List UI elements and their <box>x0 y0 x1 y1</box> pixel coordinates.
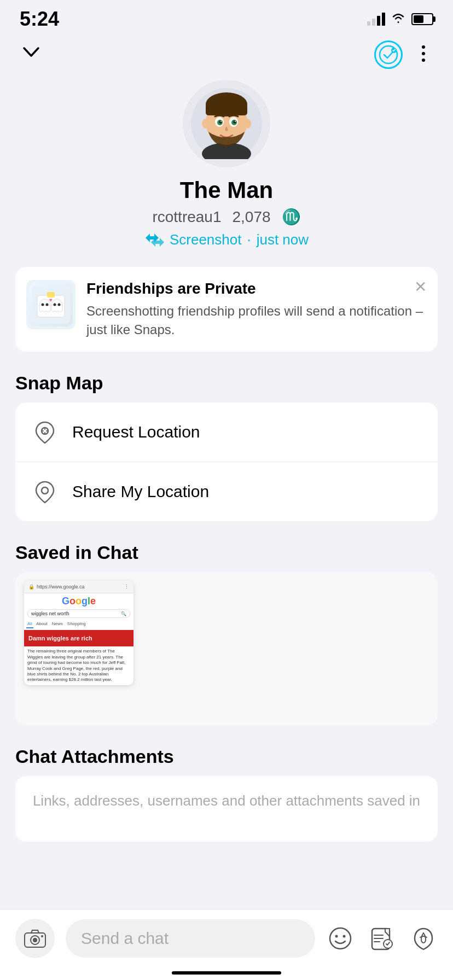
screenshot-time: just now <box>257 231 309 248</box>
news-headline: Damn wiggles are rich <box>24 630 133 646</box>
profile-section: The Man rcottreau1 2,078 ♏ Screenshot · … <box>0 74 453 261</box>
battery-icon <box>411 13 433 25</box>
browser-url: https://www.google.ca <box>37 584 122 590</box>
chat-attachments-header: Chat Attachments <box>0 740 453 776</box>
svg-point-11 <box>202 119 210 129</box>
svg-point-27 <box>46 304 49 306</box>
svg-point-2 <box>422 45 425 49</box>
bottom-actions <box>326 924 438 953</box>
snap-map-header: Snap Map <box>0 367 453 402</box>
svg-rect-10 <box>206 103 247 115</box>
profile-meta: rcottreau1 2,078 ♏ <box>152 208 300 226</box>
screenshot-separator: · <box>247 231 251 248</box>
snap-map-cards: Request Location Share My Location <box>15 402 438 521</box>
chat-input[interactable]: Send a chat <box>66 919 315 958</box>
status-icons <box>367 11 433 27</box>
svg-point-3 <box>422 52 425 55</box>
svg-point-18 <box>234 121 236 124</box>
warning-title: Friendships are Private <box>86 280 427 298</box>
warning-image: ♥ <box>26 280 76 329</box>
profile-name: The Man <box>180 177 273 203</box>
boost-icon <box>411 926 435 950</box>
request-location-icon <box>31 418 59 446</box>
sticker-icon <box>370 926 394 950</box>
attachments-hint: Links, addresses, usernames and other at… <box>26 787 427 815</box>
svg-point-26 <box>42 304 44 306</box>
svg-point-12 <box>243 119 251 129</box>
profile-screenshot-notice: Screenshot · just now <box>144 231 309 248</box>
profile-score: 2,078 <box>233 208 271 226</box>
profile-zodiac: ♏ <box>282 208 301 226</box>
attachments-card: Links, addresses, usernames and other at… <box>15 776 438 842</box>
profile-username: rcottreau1 <box>152 208 221 226</box>
svg-point-34 <box>42 487 48 494</box>
camera-button[interactable] <box>15 919 55 958</box>
bitmoji-svg <box>191 88 262 159</box>
screenshot-label: Screenshot <box>170 231 242 248</box>
svg-point-19 <box>220 121 222 122</box>
top-nav-actions <box>374 40 433 69</box>
saved-in-chat-header: Saved in Chat <box>0 536 453 572</box>
avatar <box>183 80 270 167</box>
browser-content: Google wiggles net worth 🔍 All About New… <box>24 593 133 685</box>
svg-point-38 <box>41 935 43 937</box>
svg-point-30 <box>54 304 56 306</box>
svg-point-20 <box>235 121 236 122</box>
screenshot-arrows-icon <box>144 232 164 248</box>
emoji-button[interactable] <box>326 924 355 953</box>
status-bar: 5:24 <box>0 0 453 35</box>
share-location-label: Share My Location <box>72 482 209 501</box>
news-body: The remaining three original members of … <box>24 646 133 685</box>
saved-in-chat-card[interactable]: 🔒 https://www.google.ca ⋮ Google wiggles… <box>15 572 438 725</box>
top-nav <box>0 35 453 74</box>
warning-card: ♥ Friendships are Private Screenshotting… <box>15 267 438 352</box>
share-location-item[interactable]: Share My Location <box>15 462 438 521</box>
wifi-icon <box>391 11 406 27</box>
bottom-bar: Send a chat <box>0 909 453 980</box>
request-location-item[interactable]: Request Location <box>15 402 438 462</box>
svg-point-41 <box>343 935 346 938</box>
svg-point-4 <box>422 59 425 62</box>
browser-bar: 🔒 https://www.google.ca ⋮ <box>24 581 133 593</box>
search-query: wiggles net worth <box>31 611 69 616</box>
signal-icon <box>367 13 385 26</box>
status-time: 5:24 <box>20 8 59 31</box>
svg-point-40 <box>335 935 338 938</box>
svg-text:♥: ♥ <box>49 297 53 303</box>
more-menu-button[interactable] <box>414 44 433 66</box>
svg-point-31 <box>58 304 61 306</box>
svg-point-17 <box>219 121 222 124</box>
back-button[interactable] <box>20 43 43 66</box>
browser-mockup: 🔒 https://www.google.ca ⋮ Google wiggles… <box>24 581 133 685</box>
saved-screenshot: 🔒 https://www.google.ca ⋮ Google wiggles… <box>15 572 438 725</box>
warning-text: Friendships are Private Screenshotting f… <box>86 280 427 339</box>
sticker-button[interactable] <box>368 924 396 953</box>
home-indicator <box>172 971 281 975</box>
warning-close-button[interactable]: ✕ <box>414 278 427 296</box>
snap-score-button[interactable] <box>374 40 403 69</box>
search-bar: wiggles net worth 🔍 <box>27 609 130 618</box>
svg-point-39 <box>330 928 351 949</box>
google-logo: Google <box>24 593 133 608</box>
chat-attachments-section: Chat Attachments Links, addresses, usern… <box>0 740 453 842</box>
boost-button[interactable] <box>409 924 438 953</box>
share-location-icon <box>31 477 59 506</box>
request-location-label: Request Location <box>72 423 200 441</box>
warning-description: Screenshotting friendship profiles will … <box>86 302 427 339</box>
camera-icon <box>24 929 47 948</box>
emoji-icon <box>328 926 352 950</box>
svg-point-37 <box>33 938 37 942</box>
